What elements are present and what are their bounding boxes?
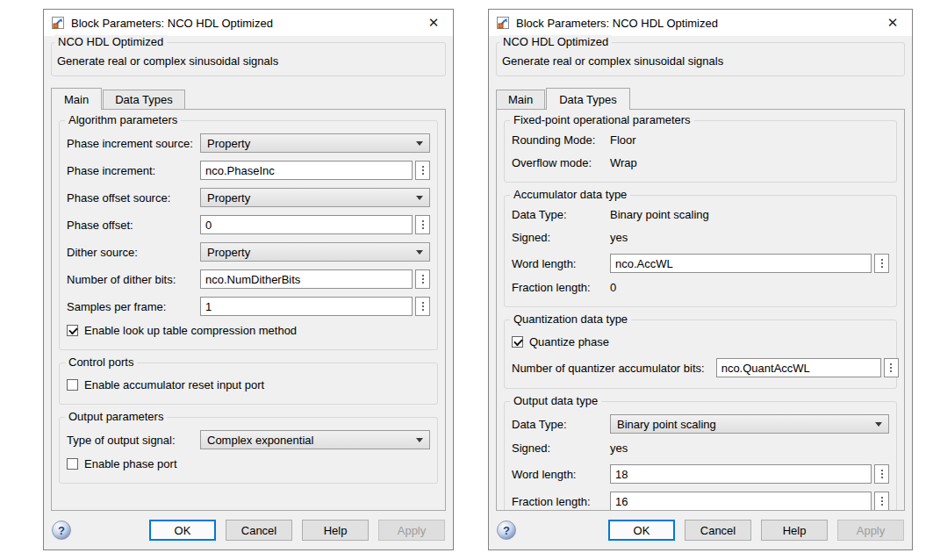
group-title: Quantization data type (510, 312, 631, 326)
output-data-type-row: Data Type: Binary point scaling (512, 414, 889, 434)
accumulator-signed-row: Signed: yes (512, 231, 889, 244)
row-label: Phase increment source: (67, 137, 200, 150)
window-title: Block Parameters: NCO HDL Optimized (71, 17, 414, 30)
edit-actions-button[interactable] (415, 269, 430, 289)
tab-data-types[interactable]: Data Types (546, 88, 630, 110)
vertical-dots-icon (890, 367, 892, 369)
algorithm-parameters-group: Algorithm parameters Phase increment sou… (59, 120, 438, 350)
main-tab-panel: Algorithm parameters Phase increment sou… (51, 109, 446, 511)
samples-per-frame-input[interactable] (200, 297, 413, 316)
output-word-length-row: Word length: (512, 464, 889, 484)
cancel-button[interactable]: Cancel (685, 520, 751, 541)
tab-main[interactable]: Main (496, 90, 545, 109)
row-label: Phase offset: (67, 219, 200, 232)
tab-data-types[interactable]: Data Types (103, 90, 185, 109)
titlebar[interactable]: Block Parameters: NCO HDL Optimized ✕ (44, 10, 453, 36)
edit-actions-button[interactable] (874, 492, 889, 511)
vertical-dots-icon (881, 473, 883, 475)
chevron-down-icon (416, 250, 423, 255)
help-button[interactable]: Help (761, 520, 828, 541)
tab-bar: Main Data Types (489, 88, 912, 109)
number-of-dither-bits-input[interactable] (200, 269, 413, 289)
vertical-dots-icon (422, 278, 424, 280)
phase-offset-input[interactable] (200, 215, 413, 234)
chevron-down-icon (416, 196, 423, 200)
phase-increment-source-combo[interactable]: Property (200, 133, 430, 153)
type-of-output-signal-combo[interactable]: Complex exponential (200, 430, 430, 449)
apply-button[interactable]: Apply (837, 520, 904, 541)
phase-increment-input[interactable] (200, 161, 413, 180)
edit-actions-button[interactable] (415, 215, 430, 234)
apply-button[interactable]: Apply (378, 520, 445, 541)
close-icon[interactable]: ✕ (873, 10, 912, 36)
phase-offset-source-combo[interactable]: Property (200, 188, 430, 207)
row-value: 0 (610, 281, 889, 294)
edit-actions-button[interactable] (884, 358, 899, 377)
output-parameters-group: Output parameters Type of output signal:… (59, 417, 438, 484)
group-title: Fixed-point operational parameters (510, 113, 694, 126)
accumulator-word-length-row: Word length: (512, 254, 889, 273)
help-icon[interactable]: ? (497, 521, 516, 540)
accumulator-reset-checkbox[interactable]: Enable accumulator reset input port (67, 378, 430, 391)
output-word-length-input[interactable] (610, 464, 872, 484)
group-title: Accumulator data type (510, 188, 630, 201)
dialog-footer: ? OK Cancel Help Apply (489, 511, 912, 549)
vertical-dots-icon (881, 500, 883, 502)
checkbox-checked-icon[interactable] (67, 325, 78, 336)
cancel-button[interactable]: Cancel (226, 520, 292, 541)
enable-phase-port-checkbox[interactable]: Enable phase port (67, 457, 430, 470)
checkbox-checked-icon[interactable] (512, 336, 523, 348)
combo-value: Property (207, 191, 411, 205)
overflow-mode-row: Overflow mode: Wrap (512, 156, 889, 169)
dither-source-row: Dither source: Property (67, 242, 430, 262)
edit-actions-button[interactable] (415, 161, 430, 180)
row-value: Wrap (610, 156, 889, 169)
row-label: Number of dither bits: (67, 273, 200, 286)
output-data-type-group: Output data type Data Type: Binary point… (504, 401, 897, 511)
dither-source-combo[interactable]: Property (200, 242, 430, 262)
ok-button[interactable]: OK (608, 520, 675, 541)
phase-offset-row: Phase offset: (67, 215, 430, 234)
quantizer-accumulator-bits-input[interactable] (716, 358, 881, 377)
row-label: Signed: (512, 442, 610, 455)
block-parameters-icon (496, 16, 510, 30)
accumulator-word-length-input[interactable] (610, 254, 872, 273)
output-fraction-length-input[interactable] (610, 492, 872, 511)
edit-actions-button[interactable] (874, 254, 889, 273)
lut-compression-checkbox[interactable]: Enable look up table compression method (67, 324, 430, 337)
edit-actions-button[interactable] (874, 464, 889, 484)
vertical-dots-icon (422, 224, 424, 226)
quantizer-accumulator-bits-row: Number of quantizer accumulator bits: (512, 358, 889, 377)
block-description: Generate real or complex sinusoidal sign… (502, 52, 899, 68)
row-label: Phase offset source: (67, 191, 200, 205)
block-parameters-icon (51, 16, 65, 30)
output-data-type-combo[interactable]: Binary point scaling (610, 414, 889, 434)
block-description-group: NCO HDL Optimized Generate real or compl… (496, 42, 905, 76)
block-description: Generate real or complex sinusoidal sign… (57, 52, 440, 68)
ok-button[interactable]: OK (149, 520, 216, 541)
vertical-dots-icon (881, 262, 883, 264)
chevron-down-icon (416, 438, 423, 442)
help-icon[interactable]: ? (52, 521, 71, 540)
edit-actions-button[interactable] (415, 297, 430, 316)
tab-main[interactable]: Main (51, 88, 102, 110)
titlebar[interactable]: Block Parameters: NCO HDL Optimized ✕ (489, 10, 912, 36)
row-label: Overflow mode: (512, 156, 610, 169)
question-mark-glyph: ? (58, 524, 65, 537)
vertical-dots-icon (422, 169, 424, 171)
accumulator-fraction-length-row: Fraction length: 0 (512, 281, 889, 294)
row-label: Number of quantizer accumulator bits: (512, 362, 710, 375)
close-icon[interactable]: ✕ (414, 10, 453, 36)
phase-offset-source-row: Phase offset source: Property (67, 188, 430, 207)
block-name: NCO HDL Optimized (54, 35, 167, 48)
vertical-dots-icon (422, 305, 424, 307)
help-button[interactable]: Help (302, 520, 369, 541)
checkbox-unchecked-icon[interactable] (67, 458, 78, 470)
checkbox-unchecked-icon[interactable] (67, 379, 78, 391)
tab-bar: Main Data Types (44, 88, 453, 109)
phase-increment-row: Phase increment: (67, 161, 430, 180)
quantize-phase-checkbox[interactable]: Quantize phase (512, 335, 889, 348)
control-ports-group: Control ports Enable accumulator reset i… (59, 363, 438, 405)
row-label: Type of output signal: (67, 434, 200, 447)
row-value: Binary point scaling (610, 208, 889, 221)
